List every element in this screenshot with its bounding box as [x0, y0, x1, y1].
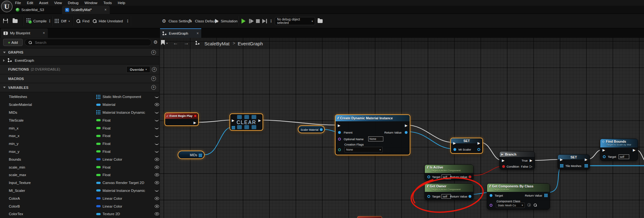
breadcrumb-root[interactable]: ScaleByMat	[204, 41, 230, 46]
class-defaults-icon[interactable]: ✎	[189, 18, 192, 23]
node-event-begin-play[interactable]: Event Begin Play ▶	[164, 112, 199, 126]
exec-out-pin[interactable]: ▶	[633, 148, 636, 152]
exec-in-pin[interactable]: ▶	[560, 158, 563, 161]
node-is-active[interactable]: fIs Active Target is Actor Component Tar…	[425, 164, 474, 181]
node-branch[interactable]: ▶ Branch ▶ Condition True ▶ False ▷	[499, 151, 535, 169]
variable-row[interactable]: TileMeshesStatic Mesh Component	[0, 93, 159, 101]
exec-out-pin[interactable]: ▶	[194, 121, 196, 124]
component-class-pin[interactable]	[490, 204, 492, 207]
hide-unrelated-button[interactable]: Hide Unrelated	[99, 19, 123, 23]
variable-row[interactable]: min_xFloat	[0, 124, 159, 132]
menu-window[interactable]: Window	[85, 1, 97, 5]
add-variable-icon[interactable]: +	[151, 85, 156, 90]
diff-caret-icon[interactable]: ▾	[69, 20, 70, 23]
node-event-partial[interactable]	[357, 216, 382, 218]
false-exec-pin[interactable]: ▷	[530, 165, 532, 168]
true-exec-pin[interactable]: ▶	[530, 159, 532, 162]
creation-flags-pin[interactable]	[338, 148, 341, 151]
menu-edit[interactable]: Edit	[27, 1, 33, 5]
variable-row[interactable]: Input_TextureCanvas Render Target 2D	[0, 179, 159, 187]
variable-row[interactable]: ColorTexTexture 2D	[0, 210, 159, 218]
my-blueprint-tab[interactable]: My Blueprint ×	[1, 28, 48, 38]
eye-open-icon[interactable]	[155, 181, 159, 184]
menu-debug[interactable]: Debug	[68, 1, 79, 5]
node-set-mi-scaler[interactable]: SET ▶ ▶ MI Scaler	[450, 138, 483, 154]
eye-open-icon[interactable]	[155, 173, 159, 176]
save-button[interactable]	[3, 19, 8, 23]
find-button[interactable]: Find	[82, 19, 89, 23]
find-icon[interactable]	[76, 19, 80, 23]
panel-settings-gear-icon[interactable]: ⚙	[153, 39, 158, 45]
node-get-owner[interactable]: fGet Owner Target is Actor Component Tar…	[425, 183, 474, 200]
simulation-icon[interactable]	[215, 19, 219, 23]
output-pin[interactable]	[320, 128, 323, 131]
graphs-section-header[interactable]: GRAPHS +	[0, 48, 159, 56]
parent-pin[interactable]	[338, 131, 341, 134]
variable-row[interactable]: ColorBLinear Color	[0, 202, 159, 210]
search-input[interactable]: Search	[25, 39, 152, 46]
output-value-pin[interactable]	[585, 164, 588, 167]
creation-flags-dropdown[interactable]: None▾	[344, 147, 383, 152]
bookmark-caret-icon[interactable]: ▾	[166, 42, 168, 45]
class-settings-icon[interactable]: ⚙	[162, 18, 166, 24]
class-settings-button[interactable]: Class Settings	[169, 19, 192, 23]
add-graph-icon[interactable]: +	[151, 50, 156, 55]
play-button[interactable]	[242, 19, 246, 24]
eye-open-icon[interactable]	[155, 197, 159, 200]
condition-pin[interactable]	[502, 165, 505, 168]
target-field[interactable]: self	[619, 154, 629, 159]
breadcrumb-leaf[interactable]: EventGraph	[238, 41, 263, 46]
debug-browse-icon[interactable]	[318, 19, 323, 23]
optional-name-pin[interactable]	[338, 138, 341, 141]
functions-section-header[interactable]: FUNCTIONS (2 OVERRIDABLE) Override▾ +	[0, 64, 159, 74]
hide-unrelated-icon[interactable]	[92, 19, 97, 23]
hide-unrelated-options-icon[interactable]: ⋮	[126, 19, 130, 23]
target-pin[interactable]	[427, 195, 430, 198]
menu-file[interactable]: File	[15, 1, 21, 5]
close-graph-tab-icon[interactable]: ×	[197, 31, 199, 36]
node-find-bounds[interactable]: Find Bounds Target is Scale by Mat ▶ ▶ T…	[600, 139, 638, 161]
eye-closed-icon[interactable]	[155, 135, 159, 137]
exec-in-pin[interactable]: ▶	[338, 124, 340, 127]
exec-out-pin[interactable]: ▶	[585, 158, 587, 161]
browse-icon[interactable]	[533, 203, 537, 207]
tab-scalebymat[interactable]: C ScaleByMat* ×	[62, 6, 110, 14]
close-tab-icon[interactable]: ×	[104, 8, 107, 12]
variable-row[interactable]: max_yFloat	[0, 148, 159, 156]
node-mids-getter[interactable]: MIDs	[178, 151, 205, 159]
frame-skip-button[interactable]	[249, 19, 254, 23]
debug-object-dropdown[interactable]: No debug object selected▾	[275, 17, 315, 25]
variable-row[interactable]: MI_ScalerMaterial Instance Dynamic	[0, 187, 159, 195]
close-panel-icon[interactable]: ×	[43, 31, 45, 35]
exec-out-pin[interactable]: ▶	[258, 119, 261, 122]
eventgraph-row[interactable]: EventGraph	[0, 56, 159, 64]
eye-closed-icon[interactable]	[155, 119, 159, 121]
delegate-pin[interactable]	[194, 115, 197, 117]
component-class-dropdown[interactable]: Static Mesh Co▾	[496, 203, 525, 208]
variable-row[interactable]: min_yFloat	[0, 140, 159, 148]
target-field[interactable]: self	[441, 194, 451, 199]
unreal-logo-icon[interactable]: U	[1, 1, 13, 12]
simulation-button[interactable]: Simulation	[221, 19, 238, 23]
target-array-pin[interactable]	[232, 126, 235, 129]
target-field[interactable]: self	[441, 175, 451, 179]
nav-forward-icon[interactable]: →	[184, 40, 189, 46]
eye-closed-icon[interactable]	[155, 111, 159, 113]
menu-help[interactable]: Help	[118, 1, 125, 5]
eye-open-icon[interactable]	[155, 158, 159, 161]
eject-button[interactable]	[262, 19, 267, 23]
target-pin[interactable]	[490, 194, 492, 197]
eye-open-icon[interactable]	[155, 103, 159, 106]
node-scaler-material-getter[interactable]: Scaler Material	[298, 125, 325, 133]
node-create-dynamic-material-instance[interactable]: f Create Dynamic Material Instance ▶ ▶ P…	[335, 114, 410, 155]
compile-icon[interactable]: ✓	[26, 18, 31, 22]
eye-closed-icon[interactable]	[155, 96, 159, 98]
optional-name-field[interactable]: None	[368, 136, 383, 141]
eye-closed-icon[interactable]	[155, 143, 159, 145]
eye-closed-icon[interactable]	[155, 150, 159, 152]
compile-options-icon[interactable]: ⋮	[48, 19, 52, 23]
node-get-components-by-class[interactable]: fGet Components By Class Target is Actor…	[487, 183, 550, 209]
return-value-pin[interactable]	[469, 175, 471, 178]
compile-button[interactable]: Compile	[33, 19, 47, 23]
variable-row[interactable]: TileScaleFloat	[0, 116, 159, 124]
